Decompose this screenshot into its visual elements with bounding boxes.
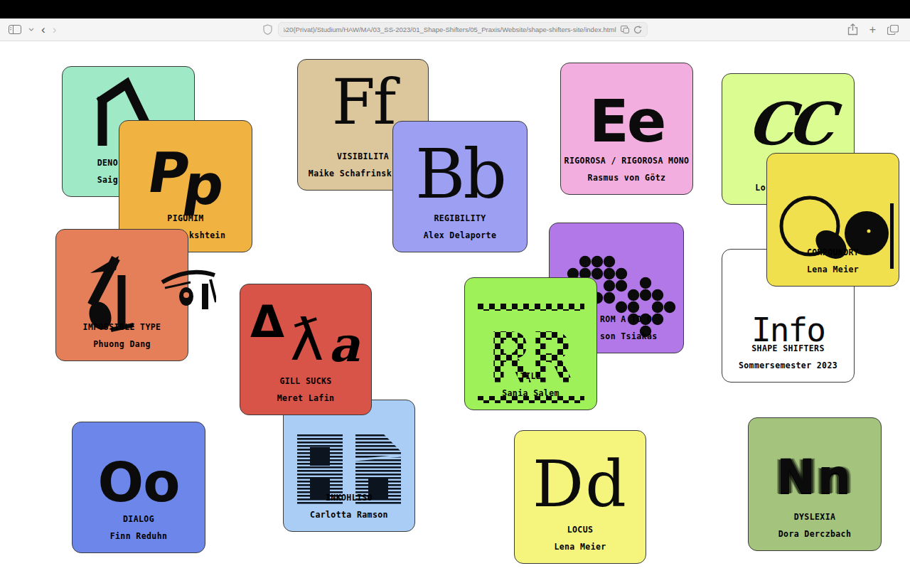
lambda-letterform-glyph: ƛ [290,307,323,373]
sidebar-icon [9,25,21,34]
card-impossible-type[interactable]: IMPOSSIBLE TYPE Phuong Dang [55,229,188,361]
card-title: TILE [465,371,596,381]
pp-letterform-glyph: Pp [119,141,252,205]
address-bar[interactable]: n/Dropbox%20(Privat)/Studium/HAW/MA/03_S… [278,22,648,37]
a-letterform-glyph: a [328,316,360,373]
reload-icon[interactable] [633,26,642,34]
card-designer-name: Carlotta Ramson [284,510,414,520]
card-dyslexia[interactable]: Nn DYSLEXIA Dora Derczbach [748,417,882,551]
url-text: n/Dropbox%20(Privat)/Studium/HAW/MA/03_S… [284,26,616,33]
card-title: GILL SUCKS [240,376,371,386]
card-title: DIALOG [73,514,205,524]
qq-letterform-glyph [774,189,895,274]
card-designer-name: Dora Derczbach [749,529,881,539]
card-designer-name: Phuong Dang [56,339,188,349]
privacy-shield-icon [263,24,272,35]
abstract-hat-glyph [161,265,216,325]
new-tab-button[interactable]: + [869,23,876,36]
card-regibility[interactable]: Bb REGIBILITY Alex Delaporte [392,121,528,252]
tab-overview-button[interactable] [887,25,899,35]
card-title: LOCUS [515,525,646,535]
card-locus[interactable]: Dd LOCUS Lena Meier [514,430,646,564]
card-designer-name: Alex Delaporte [393,230,527,240]
card-dialog[interactable]: Oo DIALOG Finn Reduhn [72,422,205,553]
sidebar-toggle-button[interactable] [9,25,21,34]
card-gill-sucks[interactable]: Δ ƛ a GILL SUCKS Meret Lafin [240,284,372,415]
card-designer-name: Lena Meier [515,542,646,552]
forward-button[interactable]: › [53,23,57,37]
card-designer-name: Meret Lafin [240,393,371,403]
card-designer-name: Rasmus von Götz [561,173,692,183]
cc-letterform-glyph: CC [722,90,855,158]
card-tile[interactable]: RR TILE Sania Salem [464,277,597,410]
shape-shifters-page: DENO Saig Pp PIGUMIM kshtein [0,41,910,588]
card-title: PIGUMIM [119,213,252,223]
card-inkohliso[interactable]: INKOHLISO Carlotta Ramson [283,400,415,532]
card-designer-name: Lena Meier [767,264,899,274]
browser-toolbar: ‹ › n/Dropbox%20(Privat)/Studium/HAW/MA/… [0,18,910,41]
card-title: COMPOUNDRY [767,247,899,257]
card-designer-name: Sania Salem [465,388,596,398]
chevron-down-icon[interactable] [28,28,34,31]
semester-label: Sommersemester 2023 [722,360,854,370]
svg-text:RR: RR [489,317,573,398]
share-button[interactable] [847,23,858,36]
card-designer-name: Finn Reduhn [73,531,205,541]
back-button[interactable]: ‹ [41,23,46,37]
ee-letterform-glyph: Ee [561,87,692,155]
project-title: SHAPE SHIFTERS [722,343,854,353]
delta-letterform-glyph: Δ [250,296,284,348]
card-title: INKOHLISO [284,493,414,503]
oo-letterform-glyph: Oo [73,451,205,514]
card-title: DYSLEXIA [749,512,881,522]
card-title: REGIBILITY [393,213,527,223]
card-compoundry[interactable]: COMPOUNDRY Lena Meier [766,153,899,287]
dd-letterform-glyph: Dd [515,447,646,521]
macos-menu-bar [0,0,910,18]
card-title: RIGOROSA / RIGOROSA MONO [561,156,692,166]
nn-letterform-glyph: Nn [749,449,881,504]
card-rigorosa[interactable]: Ee RIGOROSA / RIGOROSA MONO Rasmus von G… [560,63,693,195]
website-settings-icon[interactable] [621,26,629,33]
share-icon [847,23,858,36]
card-title: IMPOSSIBLE TYPE [56,322,188,332]
tabs-icon [887,25,899,35]
bb-letterform-glyph: Bb [393,134,527,214]
